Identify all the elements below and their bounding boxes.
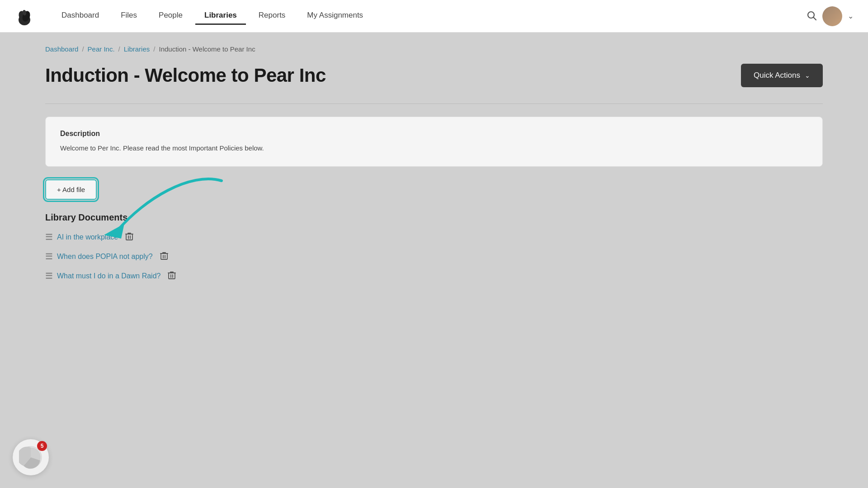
search-icon[interactable]	[806, 10, 817, 23]
doc-link-2[interactable]: When does POPIA not apply?	[57, 253, 153, 261]
breadcrumb-dashboard[interactable]: Dashboard	[45, 45, 78, 53]
nav-my-assignments[interactable]: My Assignments	[298, 7, 372, 25]
nav-files[interactable]: Files	[112, 7, 146, 25]
description-card: Description Welcome to Per Inc. Please r…	[45, 117, 823, 167]
delete-icon-2[interactable]	[160, 251, 168, 263]
navbar: Dashboard Files People Libraries Reports…	[0, 0, 868, 33]
svg-rect-6	[126, 234, 132, 240]
list-item: ☰ When does POPIA not apply?	[45, 251, 823, 263]
drag-handle-icon[interactable]: ☰	[45, 252, 52, 262]
svg-rect-9	[161, 253, 167, 259]
breadcrumb-libraries[interactable]: Libraries	[124, 45, 150, 53]
nav-dashboard[interactable]: Dashboard	[52, 7, 108, 25]
add-file-button[interactable]: + Add file	[45, 179, 97, 200]
drag-handle-icon[interactable]: ☰	[45, 271, 52, 281]
breadcrumb-sep-2: /	[118, 45, 120, 53]
section-divider	[45, 103, 823, 104]
nav-right: ⌄	[797, 6, 854, 26]
description-label: Description	[60, 130, 808, 138]
list-item: ☰ AI in the workplace	[45, 232, 823, 243]
library-documents-section: Library Documents ☰ AI in the workplace …	[45, 212, 823, 282]
svg-line-5	[814, 17, 816, 20]
list-item: ☰ What must I do in a Dawn Raid?	[45, 271, 823, 282]
quick-actions-chevron-icon: ⌄	[805, 72, 810, 79]
nav-people[interactable]: People	[150, 7, 192, 25]
quick-actions-button[interactable]: Quick Actions ⌄	[741, 64, 823, 87]
doc-link-1[interactable]: AI in the workplace	[57, 233, 118, 241]
svg-rect-12	[169, 273, 175, 279]
nav-reports[interactable]: Reports	[250, 7, 295, 25]
main-content: Dashboard / Pear Inc. / Libraries / Indu…	[0, 33, 868, 488]
drag-handle-icon[interactable]: ☰	[45, 232, 52, 242]
avatar[interactable]	[822, 6, 842, 26]
app-logo[interactable]	[14, 6, 34, 26]
doc-link-3[interactable]: What must I do in a Dawn Raid?	[57, 272, 160, 280]
delete-icon-3[interactable]	[168, 271, 176, 282]
breadcrumb-pear-inc[interactable]: Pear Inc.	[88, 45, 115, 53]
widget-badge: 5	[37, 441, 47, 451]
breadcrumb: Dashboard / Pear Inc. / Libraries / Indu…	[45, 45, 823, 53]
quick-actions-label: Quick Actions	[754, 71, 800, 80]
breadcrumb-sep-3: /	[153, 45, 155, 53]
breadcrumb-sep-1: /	[82, 45, 84, 53]
page-title: Induction - Welcome to Pear Inc	[45, 65, 326, 86]
delete-icon-1[interactable]	[125, 232, 133, 243]
nav-libraries[interactable]: Libraries	[195, 7, 246, 25]
page-header: Induction - Welcome to Pear Inc Quick Ac…	[45, 64, 823, 87]
chevron-down-icon[interactable]: ⌄	[848, 12, 854, 20]
library-docs-title: Library Documents	[45, 212, 823, 223]
breadcrumb-current: Induction - Welcome to Pear Inc	[159, 45, 255, 53]
description-text: Welcome to Per Inc. Please read the most…	[60, 143, 808, 154]
doc-list: ☰ AI in the workplace ☰ When does POPIA …	[45, 232, 823, 282]
nav-links: Dashboard Files People Libraries Reports…	[52, 7, 797, 25]
bottom-widget[interactable]: 5	[13, 439, 49, 475]
